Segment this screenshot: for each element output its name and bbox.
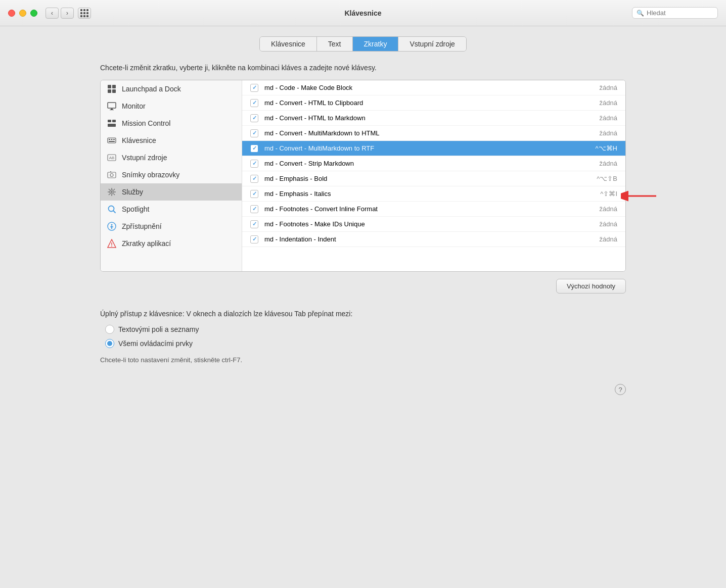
hint-text: Chcete-li toto nastavení změnit, stiskně…	[100, 356, 626, 364]
shortcut-name-6: md - Convert - Strip Markdown	[264, 160, 600, 167]
svg-point-21	[111, 191, 113, 193]
window-title: Klávesnice	[344, 9, 381, 17]
svg-rect-0	[108, 85, 111, 88]
close-button[interactable]	[8, 10, 15, 17]
svg-rect-6	[110, 110, 114, 110]
sidebar-label-launchpad: Launchpad a Dock	[122, 85, 181, 93]
svg-rect-10	[108, 138, 116, 143]
shortcut-item-11[interactable]: md - Indentation - Indentžádná	[242, 232, 625, 247]
shortcut-checkbox-4[interactable]	[250, 129, 258, 137]
svg-rect-5	[111, 109, 113, 110]
svg-point-38	[111, 246, 112, 247]
main-content: Klávesnice Text Zkratky Vstupní zdroje C…	[85, 26, 641, 588]
shortcut-key-3: žádná	[600, 114, 617, 122]
radio-circle-all-controls	[105, 339, 114, 348]
grid-button[interactable]	[78, 8, 91, 19]
sidebar-label-keyboard: Klávesnice	[122, 136, 156, 144]
sidebar-label-screenshot: Snímky obrazovky	[122, 171, 179, 179]
sidebar-label-spotlight: Spotlight	[122, 205, 149, 213]
red-arrow-annotation	[621, 186, 661, 208]
shortcut-checkbox-8[interactable]	[250, 190, 258, 198]
sidebar-item-keyboard[interactable]: Klávesnice	[101, 132, 242, 149]
sidebar: Launchpad a Dock Monitor Mission Control	[101, 80, 242, 271]
sidebar-item-access[interactable]: Zpřístupnění	[101, 218, 242, 235]
shortcut-item-10[interactable]: md - Footnotes - Make IDs Uniquežádná	[242, 217, 625, 232]
shortcut-checkbox-10[interactable]	[250, 220, 258, 228]
titlebar: ‹ › Klávesnice 🔍	[0, 0, 726, 26]
monitor-icon	[107, 101, 117, 111]
shortcut-checkbox-11[interactable]	[250, 235, 258, 243]
shortcut-name-3: md - Convert - HTML to Markdown	[264, 114, 600, 122]
shortcut-key-9: žádná	[600, 205, 617, 213]
launchpad-icon	[107, 84, 117, 94]
tab-klavesnice[interactable]: Klávesnice	[260, 37, 317, 51]
radio-item-all-controls[interactable]: Všemi ovládacími prvky	[105, 339, 626, 348]
shortcut-checkbox-6[interactable]	[250, 160, 258, 168]
svg-rect-12	[111, 139, 113, 140]
tab-vstupni[interactable]: Vstupní zdroje	[398, 37, 466, 51]
sidebar-item-monitor[interactable]: Monitor	[101, 97, 242, 115]
sidebar-label-appshortcuts: Zkratky aplikací	[122, 239, 171, 248]
shortcut-item-6[interactable]: md - Convert - Strip Markdownžádná	[242, 156, 625, 171]
shortcut-item-3[interactable]: md - Convert - HTML to Markdownžádná	[242, 111, 625, 126]
svg-line-26	[109, 189, 110, 190]
sidebar-item-services[interactable]: Služby	[101, 183, 242, 201]
sidebar-item-spotlight[interactable]: Spotlight	[101, 201, 242, 218]
screenshot-icon	[107, 170, 117, 180]
shortcut-name-4: md - Convert - MultiMarkdown to HTML	[264, 129, 600, 137]
input-icon: AB	[107, 153, 117, 163]
sidebar-item-mission[interactable]: Mission Control	[101, 115, 242, 132]
shortcut-name-9: md - Footnotes - Convert Inline Format	[264, 205, 600, 213]
radio-circle-text-fields	[105, 325, 114, 334]
minimize-button[interactable]	[19, 10, 26, 17]
shortcut-item-5[interactable]: md - Convert - MultiMarkdown to RTF^⌥⌘H	[242, 141, 625, 156]
search-box[interactable]: 🔍	[632, 7, 718, 19]
shortcut-checkbox-7[interactable]	[250, 175, 258, 183]
svg-rect-17	[108, 172, 116, 178]
shortcut-item-2[interactable]: md - Convert - HTML to Clipboardžádná	[242, 95, 625, 111]
tab-zkratky[interactable]: Zkratky	[353, 37, 399, 51]
traffic-lights	[8, 10, 37, 17]
svg-line-27	[114, 194, 115, 195]
shortcut-item-4[interactable]: md - Convert - MultiMarkdown to HTMLžádn…	[242, 126, 625, 141]
shortcut-item-1[interactable]: md - Code - Make Code Blockžádná	[242, 80, 625, 95]
shortcut-checkbox-9[interactable]	[250, 205, 258, 213]
shortcut-key-8: ^⇧⌘I	[600, 190, 617, 198]
default-values-button[interactable]: Výchozí hodnoty	[556, 279, 626, 293]
shortcut-name-11: md - Indentation - Indent	[264, 235, 600, 243]
shortcut-key-5: ^⌥⌘H	[596, 144, 618, 152]
help-button[interactable]: ?	[615, 384, 626, 395]
shortcut-key-4: žádná	[600, 129, 617, 137]
shortcut-checkbox-2[interactable]	[250, 99, 258, 107]
shortcut-item-7[interactable]: md - Emphasis - Bold^⌥⇧B	[242, 171, 625, 186]
shortcut-name-8: md - Emphasis - Italics	[264, 190, 600, 198]
mission-icon	[107, 118, 117, 128]
shortcut-checkbox-1[interactable]	[250, 84, 258, 92]
sidebar-label-access: Zpřístupnění	[122, 222, 162, 230]
bottom-section: Úplný přístup z klávesnice: V oknech a d…	[100, 310, 626, 364]
sidebar-label-monitor: Monitor	[122, 102, 146, 110]
sidebar-item-input[interactable]: AB Vstupní zdroje	[101, 149, 242, 166]
shortcut-key-1: žádná	[600, 84, 617, 91]
spotlight-icon	[107, 204, 117, 214]
maximize-button[interactable]	[30, 10, 37, 17]
shortcut-checkbox-3[interactable]	[250, 114, 258, 122]
svg-line-28	[114, 189, 115, 190]
shortcut-item-9[interactable]: md - Footnotes - Convert Inline Formatžá…	[242, 202, 625, 217]
tab-text[interactable]: Text	[317, 37, 353, 51]
tab-group: Klávesnice Text Zkratky Vstupní zdroje	[259, 36, 467, 52]
back-button[interactable]: ‹	[46, 8, 59, 19]
shortcut-checkbox-5[interactable]	[250, 144, 258, 153]
shortcut-item-8[interactable]: md - Emphasis - Italics^⇧⌘I	[242, 186, 625, 202]
sidebar-item-screenshot[interactable]: Snímky obrazovky	[101, 166, 242, 183]
forward-button[interactable]: ›	[61, 8, 74, 19]
radio-item-text-fields[interactable]: Textovými poli a seznamy	[105, 325, 626, 334]
svg-point-18	[110, 174, 113, 177]
sidebar-item-launchpad[interactable]: Launchpad a Dock	[101, 80, 242, 97]
svg-rect-3	[112, 89, 116, 93]
shortcut-key-2: žádná	[600, 99, 617, 107]
svg-rect-9	[108, 124, 116, 127]
svg-rect-1	[112, 85, 116, 88]
sidebar-item-appshortcuts[interactable]: Zkratky aplikací	[101, 235, 242, 252]
search-input[interactable]	[647, 9, 713, 17]
